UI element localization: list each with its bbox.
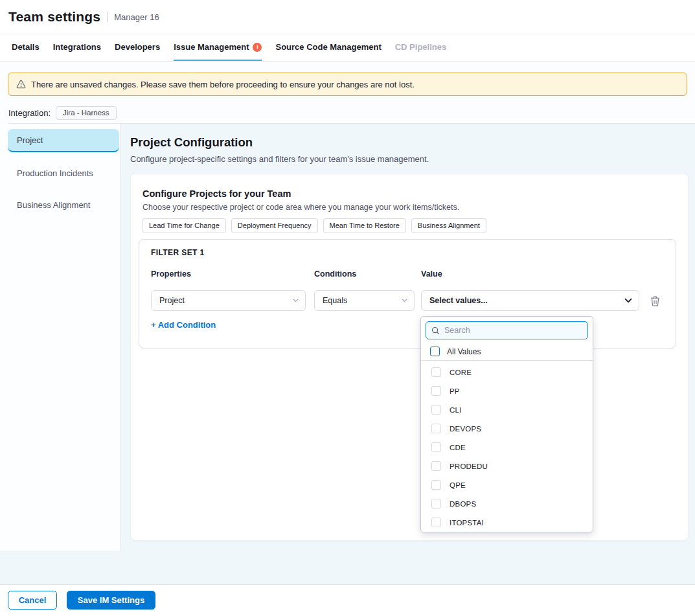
page-header: Team settings Manager 16 [0,0,695,34]
dropdown-option-label: QPE [450,481,466,489]
sidebar-item-production-incidents[interactable]: Production Incidents [8,163,119,183]
tab-source-code-management[interactable]: Source Code Management [275,34,381,61]
option-checkbox[interactable] [431,424,441,433]
conditions-select-value: Equals [323,296,402,305]
option-checkbox[interactable] [431,405,441,415]
select-all-checkbox[interactable] [430,347,440,356]
select-all-label: All Values [447,347,481,356]
cancel-button[interactable]: Cancel [8,591,57,610]
dropdown-option-row[interactable]: QPE [421,475,593,494]
metric-chip-row: Lead Time for Change Deployment Frequenc… [142,218,486,233]
properties-select[interactable]: Project [151,290,306,311]
value-select[interactable]: Select values... [421,290,639,311]
banner-text: There are unsaved changes. Please save t… [31,80,415,89]
integration-chip[interactable]: Jira - Harness [56,106,117,120]
dropdown-option-label: ITOPSTAI [450,519,484,527]
dropdown-search-input[interactable] [444,326,582,335]
tab-cd-pipelines: CD Pipelines [395,34,446,61]
integration-label: Integration: [8,108,51,118]
tab-bar: Details Integrations Developers Issue Ma… [0,34,695,62]
tab-integrations[interactable]: Integrations [53,34,101,61]
dropdown-option-row[interactable]: PRODEDU [421,457,593,475]
footer: Cancel Save IM Settings [0,585,695,616]
option-checkbox[interactable] [431,480,441,490]
dropdown-search-wrap [426,321,588,339]
dropdown-option-label: CLI [450,406,462,414]
metric-chip-deployment-frequency: Deployment Frequency [231,218,318,233]
filter-set-card: FILTER SET 1 Properties Conditions Value… [139,239,676,348]
sidebar-item-business-alignment[interactable]: Business Alignment [8,194,119,215]
dropdown-option-label: PP [450,387,460,395]
tab-label: Source Code Management [275,42,381,52]
title-separator [107,12,108,22]
sidebar-item-project[interactable]: Project [8,129,119,152]
card-subtitle: Choose your respective project or code a… [142,203,459,212]
chevron-down-icon [624,298,632,303]
chevron-down-icon [402,299,407,302]
dropdown-option-row[interactable]: CLI [421,400,593,419]
dropdown-option-label: PRODEDU [450,462,488,470]
search-icon [431,326,440,335]
sidebar-background [0,124,120,551]
metric-chip-mean-time-to-restore: Mean Time to Restore [323,218,406,233]
dropdown-options-list: CORE PP CLI DEVOPS CDE PRODEDU QPE DBOPS… [421,361,593,532]
dropdown-option-row[interactable]: CORE [421,363,593,382]
metric-chip-lead-time: Lead Time for Change [142,218,226,233]
section-title: Project Configuration [130,135,253,150]
dropdown-option-label: CORE [450,369,472,376]
configure-projects-card: Configure Projects for your Team Choose … [130,173,689,541]
tab-label: Developers [115,42,160,52]
dropdown-option-label: DEVOPS [450,425,481,433]
warning-triangle-icon [16,80,26,89]
dropdown-option-row[interactable]: DBOPS [421,494,593,513]
dropdown-option-label: DBOPS [450,500,476,508]
tab-details[interactable]: Details [12,34,40,61]
chevron-down-icon [293,299,299,302]
option-checkbox[interactable] [431,461,441,471]
value-column-label: Value [421,269,442,279]
option-checkbox[interactable] [431,442,441,452]
dropdown-option-row[interactable]: PP [421,382,593,400]
page-title: Team settings [8,9,100,25]
tab-label: Details [12,42,40,52]
properties-column-label: Properties [151,269,191,279]
content-divider [8,123,695,124]
conditions-column-label: Conditions [314,269,356,279]
dropdown-option-row[interactable]: CDE [421,438,593,457]
page-subtitle: Manager 16 [114,12,159,22]
sidebar-divider [120,124,121,551]
conditions-select[interactable]: Equals [314,290,415,311]
save-im-settings-button[interactable]: Save IM Settings [67,591,155,610]
value-select-dropdown: All Values CORE PP CLI DEVOPS CDE PRODED… [420,316,593,532]
unsaved-changes-badge-icon: ! [253,43,262,52]
tab-label: Issue Management [174,42,249,52]
unsaved-changes-banner: There are unsaved changes. Please save t… [8,73,687,96]
team-settings-page: Team settings Manager 16 Details Integra… [0,0,695,616]
filter-set-title: FILTER SET 1 [151,248,205,257]
dropdown-option-row[interactable]: DEVOPS [421,419,593,438]
option-checkbox[interactable] [431,386,441,396]
metric-chip-business-alignment: Business Alignment [411,218,486,233]
delete-filter-button[interactable] [648,295,661,308]
sidebar-item-label: Production Incidents [17,168,93,178]
add-condition-button[interactable]: + Add Condition [151,320,216,330]
tab-label: Integrations [53,42,101,52]
option-checkbox[interactable] [431,367,441,377]
select-all-values-row[interactable]: All Values [421,343,593,361]
dropdown-option-row[interactable]: ITOPSTAI [421,513,593,532]
properties-select-value: Project [159,296,293,305]
sidebar-item-label: Project [17,135,43,145]
dropdown-search-box[interactable] [426,321,588,339]
trash-icon [650,296,660,306]
value-select-placeholder: Select values... [429,296,624,305]
tab-label: CD Pipelines [395,42,446,52]
option-checkbox[interactable] [431,518,441,527]
tab-issue-management[interactable]: Issue Management ! [174,34,262,61]
sidebar-item-label: Business Alignment [17,200,90,210]
integration-row: Integration: Jira - Harness [8,105,117,120]
option-checkbox[interactable] [431,499,441,508]
tab-developers[interactable]: Developers [115,34,160,61]
dropdown-option-label: CDE [450,444,466,451]
section-subtitle: Configure project-specific settings and … [130,154,429,164]
card-title: Configure Projects for your Team [142,188,291,199]
